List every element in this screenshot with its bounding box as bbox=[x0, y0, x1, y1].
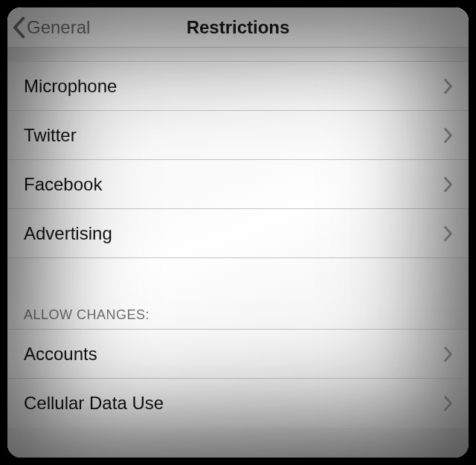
cell-label: Advertising bbox=[24, 223, 112, 244]
cell-advertising[interactable]: Advertising bbox=[7, 209, 469, 258]
back-button[interactable]: General bbox=[12, 16, 90, 39]
chevron-right-icon bbox=[443, 395, 454, 411]
cell-label: Twitter bbox=[24, 125, 77, 146]
chevron-right-icon bbox=[443, 78, 454, 94]
section-header: ALLOW CHANGES: bbox=[7, 307, 469, 329]
cell-microphone[interactable]: Microphone bbox=[7, 62, 469, 111]
cell-twitter[interactable]: Twitter bbox=[7, 111, 469, 160]
page-title: Restrictions bbox=[187, 17, 290, 38]
cell-facebook[interactable]: Facebook bbox=[7, 160, 469, 209]
chevron-right-icon bbox=[443, 346, 454, 362]
section-header-wrap: ALLOW CHANGES: bbox=[7, 307, 469, 330]
chevron-right-icon bbox=[443, 225, 454, 242]
cell-label: Cellular Data Use bbox=[24, 393, 164, 414]
section-gap bbox=[7, 258, 469, 307]
back-label: General bbox=[27, 17, 90, 38]
settings-screen: General Restrictions Microphone Twitter … bbox=[7, 7, 469, 458]
cell-accounts[interactable]: Accounts bbox=[7, 330, 469, 379]
cell-label: Microphone bbox=[24, 76, 117, 97]
cell-label: Accounts bbox=[24, 344, 97, 365]
cell-label: Facebook bbox=[24, 174, 102, 195]
navbar: General Restrictions bbox=[7, 7, 469, 48]
cell-cellular-data-use[interactable]: Cellular Data Use bbox=[7, 379, 469, 428]
chevron-left-icon bbox=[12, 16, 25, 39]
chevron-right-icon bbox=[443, 127, 454, 144]
chevron-right-icon bbox=[443, 176, 454, 193]
